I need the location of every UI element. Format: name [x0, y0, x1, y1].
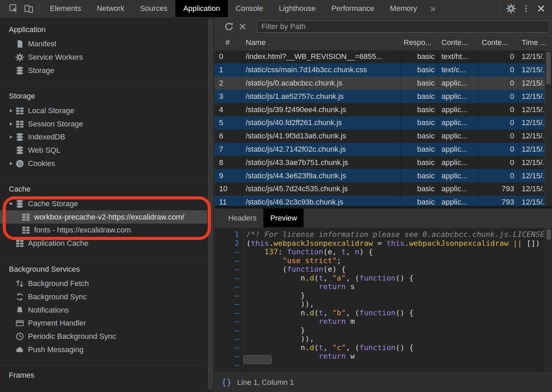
sidebar-item-cache-storage[interactable]: Cache Storage	[0, 197, 207, 210]
cell-content-length: 0	[479, 63, 519, 77]
code-line-text: (this.webpackJsonpexcalidraw = this.webp…	[244, 239, 540, 248]
code-line: 2 (this.webpackJsonpexcalidraw = this.we…	[215, 239, 552, 248]
tab-sources[interactable]: Sources	[132, 0, 175, 17]
column-header-number[interactable]: #	[215, 35, 242, 50]
column-header-name[interactable]: Name	[242, 35, 401, 50]
code-line-text: /*! For license information please see 0…	[244, 230, 544, 239]
sidebar-item-notifications[interactable]: Notifications	[0, 303, 207, 317]
cell-content-type: applic...	[438, 130, 479, 143]
table-icon	[21, 226, 30, 235]
cache-entry-row[interactable]: 8 /static/js/43.3ae7b751.chunk.js basic …	[215, 156, 552, 169]
cache-entry-row[interactable]: 0 /index.html?__WB_REVISION__=6855... ba…	[215, 50, 552, 63]
bell-icon	[15, 306, 24, 315]
cell-content-type: applic...	[438, 182, 479, 196]
sidebar-item-workbox-precache-v2-https-excalidraw-com[interactable]: workbox-precache-v2-https://excalidraw.c…	[0, 210, 207, 224]
cache-entry-row[interactable]: 10 /static/js/45.7d24c535.chunk.js basic…	[215, 182, 552, 196]
cell-number: 9	[215, 169, 242, 182]
cache-entry-row[interactable]: 5 /static/js/40.fd2ff261.chunk.js basic …	[215, 116, 552, 130]
sidebar-item-push-messaging[interactable]: Push Messaging	[0, 343, 207, 357]
sidebar-item-manifest[interactable]: Manifest	[0, 37, 207, 51]
tab-console[interactable]: Console	[228, 0, 271, 17]
cache-entry-row[interactable]: 6 /static/js/41.9f3d13a6.chunk.js basic …	[215, 130, 552, 143]
tab-performance[interactable]: Performance	[323, 0, 382, 17]
cell-number: 1	[215, 63, 242, 77]
cache-entry-row[interactable]: 11 /static/js/46.2c3c93b.chunk.js basic …	[215, 196, 552, 206]
sidebar-item-label: Payment Handler	[28, 319, 86, 328]
gutter-line-number: –	[215, 308, 244, 317]
sidebar-item-cookies[interactable]: Cookies	[0, 157, 207, 170]
code-scrollbar-horizontal-thumb[interactable]	[244, 355, 272, 364]
code-line: – )),	[215, 300, 552, 308]
table-scrollbar[interactable]	[545, 50, 552, 206]
cache-entries-table: 0 /index.html?__WB_REVISION__=6855... ba…	[215, 50, 552, 206]
cache-entry-row[interactable]: 7 /static/js/42.7142f02c.chunk.js basic …	[215, 143, 552, 156]
cache-entry-row[interactable]: 9 /static/js/44.3e623f9a.chunk.js basic …	[215, 169, 552, 182]
sidebar-scrollbar-thumb[interactable]	[208, 19, 213, 389]
clear-icon[interactable]	[236, 20, 249, 33]
gutter-line-number: –	[215, 282, 244, 291]
refresh-icon[interactable]	[222, 20, 236, 33]
disclosure-triangle-icon[interactable]	[9, 201, 15, 206]
tab-elements[interactable]: Elements	[42, 0, 89, 17]
close-icon[interactable]	[534, 0, 549, 17]
sidebar-item-background-fetch[interactable]: Background Fetch	[0, 277, 207, 290]
cache-entry-row[interactable]: 1 /static/css/main.7d14b3cc.chunk.css ba…	[215, 63, 552, 77]
sidebar-item-session-storage[interactable]: Session Storage	[0, 117, 207, 131]
disclosure-triangle-icon[interactable]	[9, 135, 15, 139]
column-header-content-type[interactable]: Conte...	[438, 35, 479, 50]
panel-splitter[interactable]	[215, 206, 552, 209]
database-icon	[15, 133, 24, 141]
sidebar-item-payment-handler[interactable]: Payment Handler	[0, 317, 207, 330]
sidebar-item-background-sync[interactable]: Background Sync	[0, 290, 207, 303]
code-scrollbar-vertical[interactable]	[545, 228, 552, 372]
device-toolbar-icon[interactable]	[21, 0, 36, 17]
sidebar-item-periodic-background-sync[interactable]: Periodic Background Sync	[0, 330, 207, 343]
column-header-content-length[interactable]: Conte...	[479, 35, 519, 50]
code-scrollbar-vertical-thumb[interactable]	[547, 229, 551, 240]
column-header-time[interactable]: Time ...	[519, 35, 552, 50]
sidebar-item-label: Storage	[28, 66, 54, 75]
tab-application[interactable]: Application	[175, 0, 228, 17]
sidebar-item-application-cache[interactable]: Application Cache	[0, 237, 207, 250]
section-divider	[0, 259, 207, 259]
cell-name: /static/js/39.f2490ee4.chunk.js	[242, 103, 401, 116]
tab-headers[interactable]: Headers	[221, 209, 263, 227]
cell-number: 11	[215, 196, 242, 206]
tab-network[interactable]: Network	[89, 0, 132, 17]
cell-name: /index.html?__WB_REVISION__=6855...	[242, 50, 401, 63]
sidebar-item-web-sql[interactable]: Web SQL	[0, 144, 207, 157]
disclosure-triangle-icon[interactable]	[9, 122, 15, 126]
cell-name: /static/js/1.ae52757c.chunk.js	[242, 90, 401, 103]
cache-entry-row[interactable]: 3 /static/js/1.ae52757c.chunk.js basic a…	[215, 90, 552, 103]
cell-content-length: 0	[479, 50, 519, 63]
cell-name: /static/js/41.9f3d13a6.chunk.js	[242, 130, 401, 143]
cell-content-length: 0	[479, 77, 519, 90]
line-column-status: Line 1, Column 1	[237, 378, 294, 387]
sidebar-item-storage[interactable]: Storage	[0, 64, 207, 77]
table-scrollbar-thumb[interactable]	[546, 52, 551, 85]
disclosure-triangle-icon[interactable]	[9, 161, 15, 166]
filter-by-path-input[interactable]	[257, 20, 549, 33]
cache-entry-row[interactable]: 2 /static/js/0.acabcbcc.chunk.js basic a…	[215, 77, 552, 90]
disclosure-triangle-icon[interactable]	[9, 108, 15, 113]
sidebar-item-service-workers[interactable]: Service Workers	[0, 51, 207, 64]
sidebar-item-indexeddb[interactable]: IndexedDB	[0, 131, 207, 144]
tab-memory[interactable]: Memory	[382, 0, 425, 17]
sidebar-item-fonts-https-excalidraw-com[interactable]: fonts - https://excalidraw.com	[0, 224, 207, 237]
gutter-line-number: 2	[215, 239, 244, 248]
sidebar-item-local-storage[interactable]: Local Storage	[0, 104, 207, 117]
tab-preview[interactable]: Preview	[263, 209, 304, 227]
sidebar-scrollbar[interactable]	[207, 18, 214, 392]
tab-lighthouse[interactable]: Lighthouse	[271, 0, 323, 17]
cache-data-panel: # Name Respo... Conte... Conte... Time .…	[215, 18, 552, 392]
gear-icon[interactable]	[504, 0, 519, 17]
cell-content-type: applic...	[438, 196, 479, 206]
toolbar-divider	[500, 4, 501, 13]
cell-content-type: applic...	[438, 77, 479, 90]
cache-entry-row[interactable]: 4 /static/js/39.f2490ee4.chunk.js basic …	[215, 103, 552, 116]
column-header-response-type[interactable]: Respo...	[401, 35, 438, 50]
table-icon	[21, 213, 30, 222]
inspect-icon[interactable]	[6, 0, 21, 17]
kebab-menu-icon[interactable]	[519, 0, 534, 17]
more-tabs-chevron-icon[interactable]: »	[425, 0, 441, 17]
